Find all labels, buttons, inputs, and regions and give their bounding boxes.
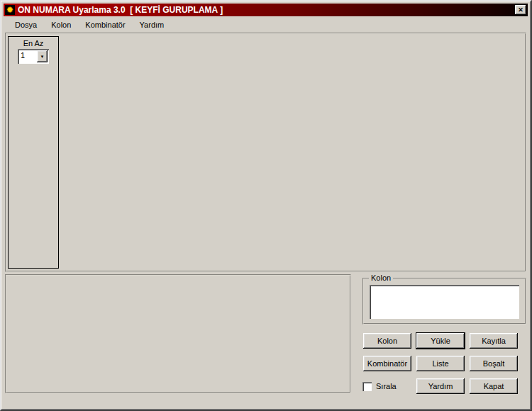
en-az-combobox-1-value: 1 xyxy=(19,50,37,62)
sirala-checkbox[interactable] xyxy=(362,382,372,391)
menu-item-kolon[interactable]: Kolon xyxy=(44,18,78,31)
close-button[interactable]: ✕ xyxy=(515,5,526,15)
bosalt-button[interactable]: Boşalt xyxy=(469,355,519,372)
sirala-label: Sırala xyxy=(376,382,397,390)
number-grid xyxy=(5,274,351,393)
liste-button[interactable]: Liste xyxy=(416,355,465,372)
yardim-button[interactable]: Yardım xyxy=(416,378,465,395)
right-panel: Kolon Kolon Yükle Kayıtla Kombinatör Lis… xyxy=(351,274,526,395)
en-az-combobox-1[interactable]: 1▼ xyxy=(18,49,49,64)
bottom-row: Kolon Kolon Yükle Kayıtla Kombinatör Lis… xyxy=(5,274,526,395)
kolon-listbox[interactable] xyxy=(370,285,519,319)
action-buttons: Kolon Yükle Kayıtla Kombinatör Liste Boş… xyxy=(362,332,526,395)
column-1: En Az1▼ xyxy=(8,36,59,269)
en-az-combobox-1-arrow-button[interactable]: ▼ xyxy=(37,50,48,62)
app-window: ✹ ON NUMARA Uyarlama 3.0 [ KEYFİ GURUPLA… xyxy=(0,0,532,411)
en-az-label-1: En Az xyxy=(23,38,44,48)
dropdown-arrow-icon: ▼ xyxy=(40,55,45,59)
kolon-groupbox: Kolon xyxy=(362,278,526,325)
close-icon: ✕ xyxy=(518,6,523,13)
kayitla-button[interactable]: Kayıtla xyxy=(469,332,519,349)
window-title: ON NUMARA Uyarlama 3.0 [ KEYFİ GURUPLAMA… xyxy=(18,5,515,15)
columns-panel: En Az1▼ xyxy=(5,33,526,272)
kapat-button[interactable]: Kapat xyxy=(469,378,519,395)
kolon-group-title: Kolon xyxy=(369,274,393,282)
menu-bar: DosyaKolonKombinatörYardım xyxy=(3,17,528,33)
sirala-check-row: Sırala xyxy=(362,378,412,395)
yukle-button[interactable]: Yükle xyxy=(416,332,465,349)
app-icon: ✹ xyxy=(5,5,15,15)
menu-item-yardim[interactable]: Yardım xyxy=(133,18,172,31)
kolon-button[interactable]: Kolon xyxy=(362,332,412,349)
title-bar: ✹ ON NUMARA Uyarlama 3.0 [ KEYFİ GURUPLA… xyxy=(4,4,528,16)
kombinator-button[interactable]: Kombinatör xyxy=(362,355,412,372)
menu-item-kombinator[interactable]: Kombinatör xyxy=(78,18,132,31)
menu-item-dosya[interactable]: Dosya xyxy=(8,18,44,31)
